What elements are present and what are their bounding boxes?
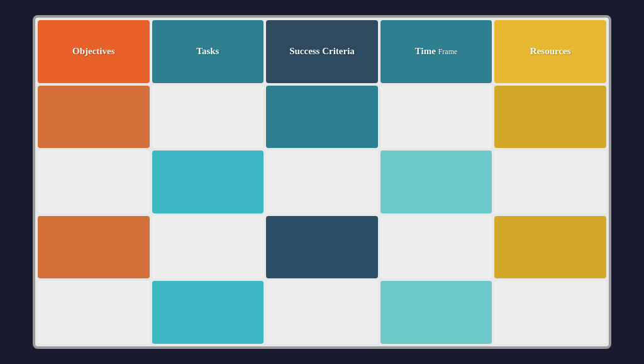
header-resources: Resources [494, 20, 606, 83]
header-resources-label: Resources [530, 45, 571, 58]
row3-col4 [380, 151, 492, 213]
row2-col2 [152, 86, 264, 149]
row4-col5 [494, 216, 606, 279]
row2-col3 [266, 86, 378, 149]
row2-col1 [38, 86, 150, 149]
row4-col2 [152, 216, 264, 279]
row5-col2 [152, 281, 264, 344]
header-success-criteria: Success Criteria [266, 20, 378, 83]
row2-col4 [380, 86, 492, 149]
header-time-frame: Time Frame [380, 20, 492, 83]
header-time-frame-label: Time Frame [415, 45, 457, 58]
row4-col3 [266, 216, 378, 279]
planning-board: Objectives Tasks Success Criteria Time F… [33, 15, 611, 349]
row5-col1 [38, 281, 150, 344]
row2-col5 [494, 86, 606, 149]
header-success-criteria-label: Success Criteria [289, 45, 355, 58]
row3-col2 [152, 151, 264, 213]
row5-col3 [266, 281, 378, 344]
row3-col3 [266, 151, 378, 213]
row3-col1 [38, 151, 150, 213]
row3-col5 [494, 151, 606, 213]
header-objectives: Objectives [38, 20, 150, 83]
row4-col1 [38, 216, 150, 279]
row5-col4 [380, 281, 492, 344]
row5-col5 [494, 281, 606, 344]
row4-col4 [380, 216, 492, 279]
header-tasks-label: Tasks [196, 45, 219, 58]
header-tasks: Tasks [152, 20, 264, 83]
header-objectives-label: Objectives [72, 45, 114, 58]
